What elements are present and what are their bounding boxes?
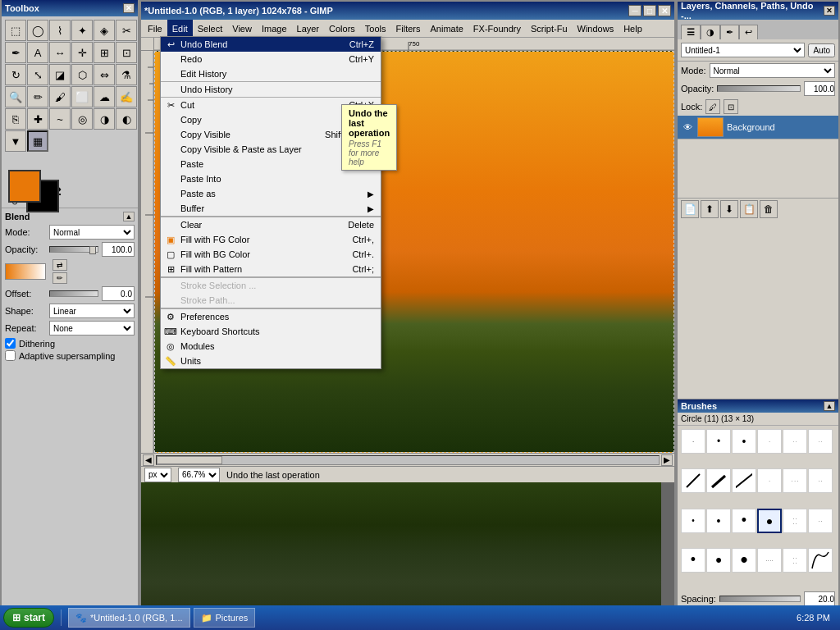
tool-convolve[interactable]: ◎ bbox=[71, 108, 93, 130]
lock-pixels-button[interactable]: 🖊 bbox=[705, 99, 720, 114]
tool-crop[interactable]: ⊡ bbox=[116, 42, 137, 63]
tool-clone[interactable]: ⎘ bbox=[5, 108, 26, 130]
new-layer-button[interactable]: 📄 bbox=[681, 200, 699, 218]
tool-free-select[interactable]: ⌇ bbox=[49, 20, 71, 41]
tool-paintbrush[interactable]: 🖌 bbox=[49, 86, 71, 107]
scrollbar-horizontal[interactable]: ◀ ▶ bbox=[141, 453, 674, 466]
brush-item[interactable]: • bbox=[706, 548, 731, 573]
menu-undo-history[interactable]: Undo History bbox=[161, 81, 381, 97]
tool-eraser[interactable]: ⬜ bbox=[71, 86, 93, 107]
tool-pencil[interactable]: ✏ bbox=[27, 86, 48, 107]
brush-item[interactable]: • bbox=[681, 548, 705, 573]
tool-perspective[interactable]: ⬡ bbox=[71, 64, 93, 85]
brush-item[interactable]: · · bbox=[808, 468, 833, 493]
close-button[interactable]: ✕ bbox=[658, 5, 671, 16]
tool-align[interactable]: ⊞ bbox=[94, 42, 115, 63]
brush-item[interactable]: • bbox=[732, 429, 756, 454]
brush-item[interactable]: • bbox=[732, 509, 756, 533]
tool-color-picker[interactable]: ⚗ bbox=[116, 64, 137, 85]
layer-visibility-eye[interactable]: 👁 bbox=[681, 121, 694, 134]
menu-tools[interactable]: Tools bbox=[360, 20, 391, 37]
tab-layers[interactable]: ☰ bbox=[681, 25, 701, 39]
tool-paths[interactable]: ✒ bbox=[5, 42, 26, 63]
menu-script-fu[interactable]: Script-Fu bbox=[526, 20, 573, 37]
lower-layer-button[interactable]: ⬇ bbox=[720, 200, 738, 218]
brush-item[interactable]: · ·· · bbox=[783, 509, 807, 533]
scroll-right-button[interactable]: ▶ bbox=[661, 454, 673, 466]
brush-circle-11[interactable]: ● bbox=[757, 509, 782, 533]
tool-shear[interactable]: ◪ bbox=[49, 64, 71, 85]
brush-item[interactable]: · · bbox=[783, 429, 807, 454]
lock-alpha-button[interactable]: ⊡ bbox=[724, 99, 738, 114]
tool-magnify[interactable]: 🔍 bbox=[5, 86, 26, 107]
auto-button[interactable]: Auto bbox=[808, 43, 835, 57]
menu-fx[interactable]: FX-Foundry bbox=[468, 20, 526, 37]
spacing-input[interactable]: 20.0 bbox=[804, 591, 835, 606]
tab-paths[interactable]: ✒ bbox=[720, 25, 739, 39]
menu-filters[interactable]: Filters bbox=[391, 20, 426, 37]
brush-item[interactable]: · · · bbox=[783, 468, 807, 493]
zoom-select[interactable]: 66.7% bbox=[178, 468, 220, 482]
tool-smudge[interactable]: ~ bbox=[49, 108, 71, 130]
tool-rotate[interactable]: ↻ bbox=[5, 64, 26, 85]
flip-gradient-icon[interactable]: ⇄ bbox=[52, 259, 67, 271]
menu-file[interactable]: File bbox=[143, 20, 167, 37]
scrollbar-thumb[interactable] bbox=[157, 456, 222, 464]
edit-gradient-icon[interactable]: ✏ bbox=[52, 272, 67, 284]
tool-bucket-fill[interactable]: ▼ bbox=[5, 130, 26, 152]
duplicate-layer-button[interactable]: 📋 bbox=[740, 200, 758, 218]
scrollbar-track[interactable] bbox=[156, 455, 660, 465]
menu-view[interactable]: View bbox=[227, 20, 257, 37]
opacity-input[interactable]: 100.0 bbox=[102, 242, 135, 257]
brush-item[interactable] bbox=[681, 468, 705, 493]
brush-item[interactable]: · bbox=[681, 429, 705, 454]
blend-collapse[interactable]: ▲ bbox=[123, 212, 135, 221]
tool-measure[interactable]: ↔ bbox=[49, 42, 71, 63]
brush-item[interactable] bbox=[732, 468, 756, 493]
brush-item[interactable]: · bbox=[757, 429, 782, 454]
dithering-checkbox[interactable] bbox=[5, 338, 16, 349]
menu-edit[interactable]: Edit bbox=[167, 20, 193, 37]
image-select[interactable]: Untitled-1 bbox=[681, 43, 805, 57]
brush-item[interactable]: · ·· · bbox=[783, 548, 807, 573]
menu-help[interactable]: Help bbox=[619, 20, 647, 37]
tab-channels[interactable]: ◑ bbox=[701, 25, 720, 39]
brush-item[interactable] bbox=[808, 548, 833, 573]
repeat-select[interactable]: None bbox=[49, 321, 135, 336]
menu-colors[interactable]: Colors bbox=[324, 20, 360, 37]
opacity-slider[interactable] bbox=[49, 246, 98, 253]
menu-redo[interactable]: Redo Ctrl+Y bbox=[161, 52, 381, 66]
shape-select[interactable]: Linear bbox=[49, 304, 135, 318]
offset-input[interactable]: 0.0 bbox=[102, 286, 135, 301]
tool-ink[interactable]: ✍ bbox=[116, 86, 137, 107]
scroll-left-button[interactable]: ◀ bbox=[143, 454, 154, 466]
spacing-slider[interactable] bbox=[719, 596, 801, 602]
start-button[interactable]: ⊞ start bbox=[3, 608, 54, 628]
menu-image[interactable]: Image bbox=[257, 20, 292, 37]
tool-airbrush[interactable]: ☁ bbox=[94, 86, 115, 107]
maximize-button[interactable]: □ bbox=[643, 5, 656, 16]
layer-background[interactable]: 👁 Background bbox=[678, 116, 838, 139]
brush-item[interactable]: • bbox=[732, 548, 756, 573]
brush-item[interactable]: ·· ·· bbox=[757, 548, 782, 573]
menu-paste-as[interactable]: Paste as ▶ bbox=[161, 186, 381, 201]
tool-text[interactable]: A bbox=[27, 42, 48, 63]
menu-keyboard-shortcuts[interactable]: ⌨ Keyboard Shortcuts bbox=[161, 324, 381, 339]
brush-item[interactable]: · · bbox=[808, 429, 833, 454]
menu-edit-history[interactable]: Edit History bbox=[161, 66, 381, 81]
foreground-color[interactable] bbox=[8, 170, 41, 203]
brush-item[interactable]: · · bbox=[808, 509, 833, 533]
menu-buffer[interactable]: Buffer ▶ bbox=[161, 201, 381, 217]
brush-item[interactable]: · bbox=[757, 468, 782, 493]
menu-units[interactable]: 📏 Units bbox=[161, 354, 381, 368]
raise-layer-button[interactable]: ⬆ bbox=[701, 200, 719, 218]
panel-close-button[interactable]: ✕ bbox=[824, 6, 835, 16]
tool-blend[interactable]: ▦ bbox=[27, 130, 48, 152]
brush-item[interactable]: • bbox=[706, 429, 731, 454]
menu-fill-pattern[interactable]: ⊞ Fill with Pattern Ctrl+; bbox=[161, 262, 381, 277]
taskbar-pictures[interactable]: 📁 Pictures bbox=[194, 608, 256, 628]
brush-item[interactable]: • bbox=[681, 509, 705, 533]
layer-opacity-slider[interactable] bbox=[717, 85, 801, 92]
toolbox-close-button[interactable]: ✕ bbox=[123, 3, 135, 13]
tool-desaturate[interactable]: ◐ bbox=[116, 108, 137, 130]
